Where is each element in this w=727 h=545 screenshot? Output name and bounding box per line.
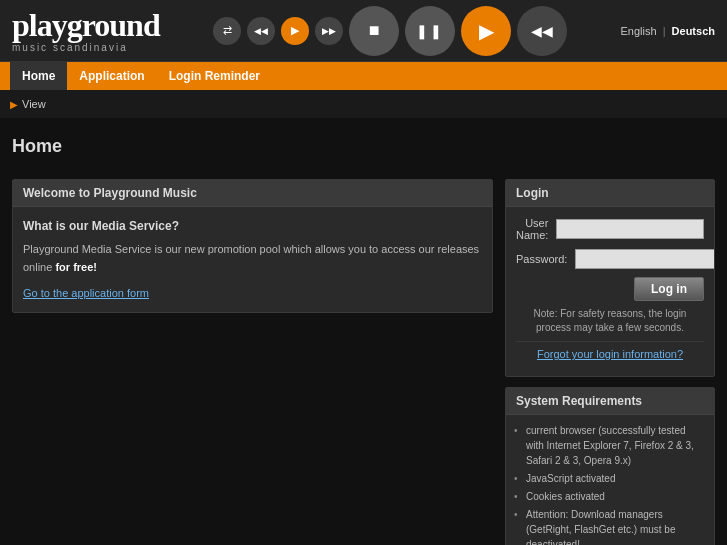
navbar: Home Application Login Reminder — [0, 62, 727, 90]
left-panel: Welcome to Playground Music What is our … — [12, 179, 493, 313]
sysreq-item: current browser (successfully tested wit… — [514, 423, 704, 468]
sysreq-header: System Requirements — [506, 388, 714, 415]
welcome-question: What is our Media Service? — [23, 219, 482, 233]
header: playground music scandinavia ⇄ ◀◀ ▶ ▶▶ ■… — [0, 0, 727, 62]
forgot-login-link[interactable]: Forgot your login information? — [516, 341, 704, 366]
breadcrumb-bar: ▶ View — [0, 90, 727, 118]
username-row: User Name: — [516, 217, 704, 241]
logo-text: playground — [12, 9, 160, 41]
login-panel-content: User Name: Password: Log in Note: For sa… — [506, 207, 714, 376]
login-panel-header: Login — [506, 180, 714, 207]
sysreq-item: Attention: Download managers (GetRight, … — [514, 507, 704, 545]
welcome-panel-header: Welcome to Playground Music — [13, 180, 492, 207]
application-form-link[interactable]: Go to the application form — [23, 287, 149, 299]
language-switcher: English | Deutsch — [621, 25, 715, 37]
play-large-button[interactable]: ▶ — [461, 6, 511, 56]
sysreq-item: JavaScript activated — [514, 471, 704, 486]
welcome-panel: Welcome to Playground Music What is our … — [12, 179, 493, 313]
stop-button[interactable]: ■ — [349, 6, 399, 56]
username-input[interactable] — [556, 219, 704, 239]
password-label: Password: — [516, 253, 575, 265]
media-controls: ⇄ ◀◀ ▶ ▶▶ ■ ❚❚ ▶ ◀◀ — [160, 6, 621, 56]
shuffle-button[interactable]: ⇄ — [213, 17, 241, 45]
next-button[interactable]: ▶▶ — [315, 17, 343, 45]
logo: playground music scandinavia — [12, 9, 160, 53]
prev-button[interactable]: ◀◀ — [247, 17, 275, 45]
right-panel: Login User Name: Password: Log in Note: … — [505, 179, 715, 545]
deutsch-lang[interactable]: Deutsch — [672, 25, 715, 37]
sysreq-content: current browser (successfully tested wit… — [506, 415, 714, 545]
play-small-button[interactable]: ▶ — [281, 17, 309, 45]
sysreq-list: current browser (successfully tested wit… — [514, 423, 704, 545]
english-lang[interactable]: English — [621, 25, 657, 37]
welcome-panel-content: What is our Media Service? Playground Me… — [13, 207, 492, 312]
breadcrumb-arrow: ▶ — [10, 99, 18, 110]
login-panel: Login User Name: Password: Log in Note: … — [505, 179, 715, 377]
content-layout: Welcome to Playground Music What is our … — [12, 179, 715, 545]
skip-end-button[interactable]: ◀◀ — [517, 6, 567, 56]
username-label: User Name: — [516, 217, 556, 241]
logo-subtitle: music scandinavia — [12, 42, 160, 53]
nav-home[interactable]: Home — [10, 62, 67, 90]
main-area: Home Welcome to Playground Music What is… — [0, 118, 727, 545]
login-note: Note: For safety reasons, the login proc… — [516, 307, 704, 335]
page-title: Home — [12, 132, 715, 167]
password-input[interactable] — [575, 249, 715, 269]
breadcrumb-view[interactable]: View — [22, 98, 46, 110]
password-row: Password: — [516, 249, 704, 269]
login-button[interactable]: Log in — [634, 277, 704, 301]
welcome-text: Playground Media Service is our new prom… — [23, 241, 482, 276]
pause-button[interactable]: ❚❚ — [405, 6, 455, 56]
sysreq-item: Cookies activated — [514, 489, 704, 504]
nav-login-reminder[interactable]: Login Reminder — [157, 62, 272, 90]
lang-separator: | — [663, 25, 666, 37]
welcome-text-bold: for free! — [55, 261, 97, 273]
sysreq-panel: System Requirements current browser (suc… — [505, 387, 715, 545]
nav-application[interactable]: Application — [67, 62, 156, 90]
login-button-row: Log in — [516, 277, 704, 301]
